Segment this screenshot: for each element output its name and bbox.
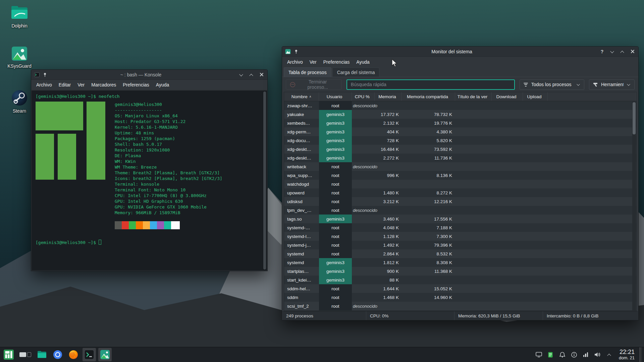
process-window-title: [455, 154, 492, 162]
help-button[interactable]: [599, 49, 605, 55]
close-button[interactable]: [629, 49, 635, 55]
minimize-button[interactable]: [609, 49, 615, 55]
task-dolphin[interactable]: [35, 348, 49, 361]
process-row[interactable]: xdg-perm… geminis3 404 K 4.380 K: [284, 127, 636, 136]
tray-expand-icon[interactable]: [606, 351, 612, 358]
process-row[interactable]: scsi_tmf_2 root desconocido: [284, 302, 636, 310]
table-scrollbar-thumb[interactable]: [633, 102, 636, 134]
process-row[interactable]: systemd-j… root 1.492 K 79.396 K: [284, 241, 636, 249]
process-row[interactable]: tpm_dev_… root desconocido: [284, 206, 636, 215]
terminal[interactable]: [geminis3@Helios300 ~]$neofetch geminis3…: [32, 90, 267, 270]
process-download: [492, 276, 523, 284]
process-row[interactable]: start_kdei… geminis3 88 K: [284, 276, 636, 284]
column-header[interactable]: Upload: [523, 92, 548, 101]
process-row[interactable]: systemd-… root 4.048 K 7.188 K: [284, 223, 636, 232]
status-cell: 249 procesos: [282, 311, 366, 320]
minimize-button[interactable]: [238, 72, 244, 78]
virtual-desktop-pager[interactable]: [18, 352, 33, 357]
manjaro-logo: [36, 102, 105, 180]
desktop-2-indicator[interactable]: [27, 352, 31, 357]
pin-icon[interactable]: [43, 72, 47, 77]
sysmon-titlebar[interactable]: Monitor del sistema: [282, 47, 638, 57]
column-header[interactable]: [548, 92, 636, 101]
process-row[interactable]: xembeds… geminis3 2.132 K 19.776 K: [284, 119, 636, 127]
task-konsole[interactable]: [83, 348, 96, 361]
menu-item[interactable]: Preferencias: [119, 80, 153, 89]
column-header[interactable]: Memoria compartida: [402, 92, 455, 101]
process-row[interactable]: tags.so geminis3 3.460 K 17.556 K: [284, 215, 636, 223]
menu-item[interactable]: Editar: [55, 80, 74, 89]
menu-item[interactable]: Ayuda: [153, 80, 172, 89]
tab-system-load[interactable]: Carga del sistema: [332, 67, 380, 77]
process-row[interactable]: upowerd root 1.480 K 8.272 K: [284, 188, 636, 197]
menu-item[interactable]: Ayuda: [353, 58, 373, 66]
process-row[interactable]: sddm-hel… root 1.644 K 15.052 K: [284, 284, 636, 293]
process-row[interactable]: sddm root 1.468 K 14.960 K: [284, 293, 636, 302]
process-upload: [523, 180, 548, 188]
column-header[interactable]: Usuario: [319, 92, 352, 101]
process-row[interactable]: startplas… geminis3 900 K 11.368 K: [284, 267, 636, 276]
process-row[interactable]: wpa_supp… root 996 K 8.136 K: [284, 171, 636, 180]
column-header[interactable]: CPU %: [352, 92, 375, 101]
display-icon[interactable]: [535, 351, 542, 358]
process-row[interactable]: zswap-shr… root desconocido: [284, 101, 636, 110]
notifications-bell-icon[interactable]: [559, 351, 566, 358]
process-name: xdg-docu…: [284, 136, 319, 145]
desktop-icon-dolphin[interactable]: Dolphin: [2, 5, 37, 28]
menu-item[interactable]: Archivo: [33, 80, 55, 89]
column-header[interactable]: Memoria: [375, 92, 402, 101]
tools-icon: [593, 82, 598, 87]
process-shared-memory: [402, 101, 455, 110]
process-row[interactable]: systemd geminis3 1.812 K 8.308 K: [284, 258, 636, 267]
table-scrollbar[interactable]: [632, 102, 636, 310]
process-row[interactable]: writeback root desconocido: [284, 162, 636, 171]
tab-process-table[interactable]: Tabla de procesos: [284, 67, 331, 77]
menu-item[interactable]: Preferencias: [320, 58, 353, 66]
menu-item[interactable]: Ver: [306, 58, 320, 66]
terminal-scrollbar[interactable]: [263, 92, 266, 269]
network-icon[interactable]: [582, 351, 589, 358]
close-button[interactable]: [258, 72, 264, 78]
process-row[interactable]: xdg-deskt… geminis3 2.272 K 11.736 K: [284, 154, 636, 162]
pin-icon[interactable]: [294, 49, 299, 54]
column-header[interactable]: Download: [492, 92, 523, 101]
process-row[interactable]: udisksd root 3.212 K 12.216 K: [284, 197, 636, 206]
process-download: [492, 136, 523, 145]
volume-icon[interactable]: [594, 351, 601, 358]
task-firefox[interactable]: [67, 348, 80, 361]
neofetch-line: Theme: Breath2 [Plasma], Breath [GTK2/3]: [115, 170, 222, 176]
process-row[interactable]: yakuake geminis3 17.372 K 78.732 K: [284, 110, 636, 119]
show-desktop-button[interactable]: [640, 347, 642, 362]
maximize-button[interactable]: [619, 49, 625, 55]
process-window-title: [455, 302, 492, 310]
konsole-titlebar[interactable]: ~ : bash — Konsole: [31, 70, 267, 80]
process-upload: [523, 215, 548, 223]
process-row[interactable]: watchdogd root: [284, 180, 636, 188]
taskbar: 22:21 dom. 21: [0, 347, 644, 362]
process-row[interactable]: xdg-deskt… geminis3 16.484 K 73.592 K: [284, 145, 636, 154]
process-row[interactable]: systemd root 2.864 K 8.532 K: [284, 249, 636, 258]
end-process-button[interactable]: Terminar proceso...: [286, 79, 342, 89]
desktop-1-indicator[interactable]: [19, 352, 26, 357]
search-input[interactable]: [346, 79, 515, 90]
info-icon[interactable]: [571, 351, 577, 358]
menu-item[interactable]: Archivo: [284, 58, 306, 66]
menu-item[interactable]: Ver: [74, 80, 88, 89]
process-row[interactable]: xdg-docu… geminis3 728 K 5.820 K: [284, 136, 636, 145]
process-download: [492, 101, 523, 110]
tools-dropdown[interactable]: Herramientas: [589, 79, 635, 90]
column-header[interactable]: Título de la ver: [455, 92, 492, 101]
task-chromium[interactable]: [51, 348, 64, 361]
process-filter-dropdown[interactable]: Todos los procesos: [520, 79, 584, 90]
app-launcher-button[interactable]: [2, 348, 15, 361]
desktop-icon-ksysguard[interactable]: KSysGuard: [2, 46, 37, 69]
menu-item[interactable]: Marcadores: [88, 80, 119, 89]
maximize-button[interactable]: [248, 72, 254, 78]
column-header[interactable]: Nombre ∧: [284, 92, 319, 101]
task-ksysguard[interactable]: [98, 348, 112, 361]
updates-icon[interactable]: [547, 351, 554, 358]
process-row[interactable]: systemd-l… root 1.128 K 7.300 K: [284, 232, 636, 241]
clock[interactable]: 22:21 dom. 21: [619, 349, 635, 361]
app-launcher-icon: [4, 350, 14, 360]
column-header-label: Memoria compartida: [407, 94, 448, 99]
